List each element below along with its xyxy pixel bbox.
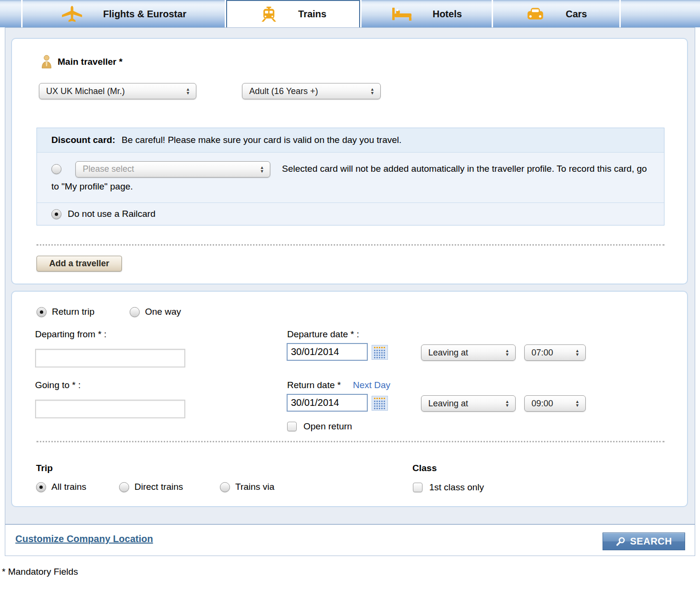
return-date-row: Return date * Next Day	[287, 380, 390, 391]
calendar-icon[interactable]	[372, 345, 388, 360]
search-icon	[616, 537, 626, 546]
person-icon	[41, 55, 52, 69]
return-trip-label: Return trip	[52, 307, 95, 317]
car-icon	[525, 7, 545, 21]
next-day-link[interactable]: Next Day	[353, 380, 390, 391]
return-time-value: 09:00	[531, 399, 553, 409]
departure-date-input[interactable]	[287, 343, 368, 361]
traveller-type-select[interactable]: Adult (16 Years +) ▲▼	[242, 83, 381, 99]
select-arrows-icon: ▲▼	[570, 349, 579, 356]
discount-card-select[interactable]: Please select ▲▼	[75, 161, 270, 178]
plane-icon	[61, 5, 83, 23]
search-form-container: Main traveller * UX UK Michael (Mr.) ▲▼ …	[5, 27, 695, 556]
select-arrows-icon: ▲▼	[500, 349, 509, 356]
departure-leaving-at-value: Leaving at	[428, 348, 468, 358]
departure-leaving-at-select[interactable]: Leaving at ▲▼	[421, 344, 516, 361]
discount-card-box: Discount card: Be careful! Please make s…	[36, 128, 664, 225]
direct-trains-option[interactable]: Direct trains	[119, 482, 183, 492]
traveller-name-select[interactable]: UX UK Michael (Mr.) ▲▼	[39, 83, 196, 99]
open-return-checkbox[interactable]	[287, 422, 297, 431]
form-footer-bar: Customize Company Location SEARCH	[5, 524, 695, 556]
tab-filler	[621, 0, 700, 27]
train-icon	[260, 6, 278, 23]
return-date-label: Return date *	[287, 380, 341, 391]
no-railcard-radio[interactable]	[51, 209, 61, 219]
select-arrows-icon: ▲▼	[570, 400, 579, 407]
bed-icon	[391, 6, 412, 22]
product-tabbar: Flights & Eurostar Trains	[0, 0, 700, 27]
search-button[interactable]: SEARCH	[603, 533, 685, 550]
discount-card-select-value: Please select	[83, 160, 134, 178]
select-arrows-icon: ▲▼	[365, 87, 374, 95]
calendar-icon[interactable]	[372, 396, 388, 411]
one-way-radio[interactable]	[130, 307, 140, 317]
traveller-type-value: Adult (16 Years +)	[249, 86, 318, 96]
tab-label: Hotels	[433, 9, 462, 20]
main-traveller-header: Main traveller *	[41, 55, 122, 69]
return-trip-radio[interactable]	[36, 307, 47, 317]
trains-via-label: Trains via	[235, 482, 275, 492]
select-arrows-icon: ▲▼	[181, 87, 190, 95]
discount-card-title: Discount card:	[51, 135, 115, 145]
no-railcard-label: Do not use a Railcard	[68, 209, 156, 219]
tab-flights-eurostar[interactable]: Flights & Eurostar	[23, 0, 225, 27]
trip-panel: Return trip One way Departing from * : D…	[11, 291, 688, 507]
traveller-name-value: UX UK Michael (Mr.)	[46, 86, 125, 96]
tab-cars[interactable]: Cars	[493, 0, 619, 27]
discount-card-warning: Be careful! Please make sure your card i…	[121, 135, 401, 145]
all-trains-label: All trains	[51, 482, 86, 492]
open-return-label: Open return	[303, 421, 352, 432]
tab-trains[interactable]: Trains	[226, 0, 360, 27]
search-button-label: SEARCH	[630, 536, 672, 547]
tab-label: Flights & Eurostar	[103, 9, 186, 20]
departing-from-input[interactable]	[35, 349, 185, 367]
section-divider	[36, 441, 664, 442]
going-to-label: Going to * :	[35, 380, 81, 391]
departing-from-label: Departing from * :	[35, 329, 107, 340]
first-class-checkbox[interactable]	[413, 483, 422, 492]
tab-label: Trains	[298, 9, 326, 20]
direct-trains-label: Direct trains	[134, 482, 183, 492]
one-way-label: One way	[145, 307, 181, 317]
customize-company-location-link[interactable]: Customize Company Location	[15, 533, 153, 545]
discount-card-select-row: Please select ▲▼ Selected card will not …	[37, 153, 664, 203]
tab-label: Cars	[566, 9, 587, 20]
main-traveller-label: Main traveller *	[58, 57, 122, 67]
trains-via-radio[interactable]	[220, 482, 230, 492]
discount-card-radio[interactable]	[51, 164, 61, 174]
departure-time-value: 07:00	[531, 348, 553, 358]
return-leaving-at-select[interactable]: Leaving at ▲▼	[421, 395, 516, 412]
discount-card-header: Discount card: Be careful! Please make s…	[37, 128, 664, 153]
mandatory-fields-note: * Mandatory Fields	[2, 567, 78, 577]
tab-stub	[0, 0, 21, 27]
all-trains-radio[interactable]	[36, 482, 46, 492]
add-traveller-button[interactable]: Add a traveller	[36, 256, 122, 272]
select-arrows-icon: ▲▼	[500, 400, 509, 407]
going-to-input[interactable]	[35, 400, 185, 418]
departure-date-label: Departure date * :	[287, 329, 359, 340]
all-trains-option[interactable]: All trains	[36, 482, 86, 492]
return-time-select[interactable]: 09:00 ▲▼	[524, 395, 586, 412]
one-way-option[interactable]: One way	[130, 307, 181, 317]
departure-time-select[interactable]: 07:00 ▲▼	[524, 344, 586, 361]
return-date-input[interactable]	[287, 394, 368, 412]
first-class-option[interactable]: 1st class only	[413, 482, 484, 493]
return-trip-option[interactable]: Return trip	[36, 307, 95, 317]
no-railcard-row: Do not use a Railcard	[37, 203, 664, 225]
tab-hotels[interactable]: Hotels	[362, 0, 492, 27]
section-divider	[36, 244, 664, 246]
open-return-option[interactable]: Open return	[287, 421, 352, 432]
select-arrows-icon: ▲▼	[255, 166, 264, 173]
trains-via-option[interactable]: Trains via	[220, 482, 275, 492]
class-heading: Class	[412, 463, 437, 474]
trip-heading: Trip	[36, 463, 53, 474]
direct-trains-radio[interactable]	[119, 482, 129, 492]
return-leaving-at-value: Leaving at	[428, 399, 468, 409]
traveller-panel: Main traveller * UX UK Michael (Mr.) ▲▼ …	[11, 38, 688, 284]
first-class-label: 1st class only	[429, 482, 484, 493]
